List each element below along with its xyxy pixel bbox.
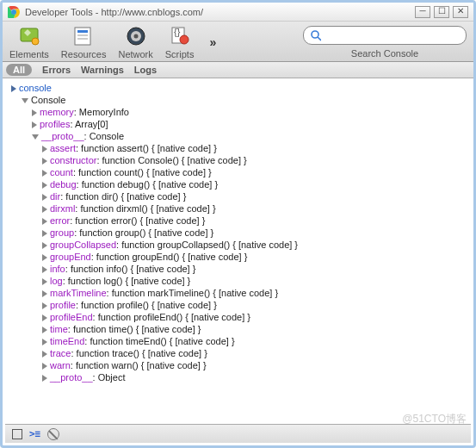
chevron-right-icon[interactable]: [42, 327, 47, 333]
property-value: function Console() { [native code] }: [102, 155, 247, 165]
chevron-right-icon[interactable]: [42, 266, 47, 273]
object-property[interactable]: constructor: function Console() { [nativ…: [42, 154, 468, 166]
filter-warnings[interactable]: Warnings: [81, 65, 124, 75]
console-prompt-icon[interactable]: >≡: [29, 428, 40, 439]
network-tab[interactable]: Network: [118, 25, 152, 59]
chevron-right-icon[interactable]: [42, 158, 47, 165]
window-title: Developer Tools - http://www.cnblogs.com…: [25, 7, 203, 17]
console-output[interactable]: console Console memory: MemoryInfoprofil…: [3, 78, 473, 426]
chevron-down-icon[interactable]: [32, 134, 39, 140]
network-icon: [124, 25, 148, 47]
property-name: log: [50, 276, 63, 286]
property-value: function debug() { [native code] }: [82, 179, 218, 190]
clear-console-icon[interactable]: [47, 428, 59, 440]
svg-rect-8: [77, 38, 88, 40]
object-property[interactable]: error: function error() { [native code] …: [42, 215, 468, 227]
property-value: function groupEnd() { [native code] }: [96, 252, 248, 262]
object-property[interactable]: group: function group() { [native code] …: [42, 227, 468, 239]
object-property[interactable]: trace: function trace() { [native code] …: [42, 347, 468, 359]
filter-all[interactable]: All: [6, 64, 32, 76]
object-property[interactable]: info: function info() { [native code] }: [42, 263, 468, 275]
object-property[interactable]: __proto__: Console: [32, 130, 468, 142]
chevron-right-icon[interactable]: [42, 290, 47, 297]
object-property[interactable]: profileEnd: function profileEnd() { [nat…: [42, 311, 468, 323]
object-property[interactable]: time: function time() { [native code] }: [42, 323, 468, 335]
chevron-right-icon[interactable]: [42, 339, 47, 345]
object-property[interactable]: timeEnd: function timeEnd() { [native co…: [42, 335, 468, 347]
chevron-right-icon[interactable]: [42, 242, 47, 249]
chevron-right-icon[interactable]: [42, 182, 47, 189]
chevron-right-icon[interactable]: [11, 85, 16, 92]
property-name: profiles: [40, 119, 70, 129]
svg-rect-6: [77, 30, 88, 33]
object-property[interactable]: markTimeline: function markTimeline() { …: [42, 287, 468, 299]
property-value: function count() { [native code] }: [78, 167, 212, 177]
object-property[interactable]: log: function log() { [native code] }: [42, 275, 468, 287]
chevron-right-icon[interactable]: [42, 146, 47, 152]
property-value: function profileEnd() { [native code] }: [98, 312, 250, 322]
chevron-right-icon[interactable]: [42, 170, 47, 177]
property-name: profileEnd: [50, 312, 93, 322]
search-input[interactable]: [321, 30, 459, 40]
elements-icon: [17, 25, 41, 47]
chevron-right-icon[interactable]: [32, 109, 37, 116]
svg-point-11: [133, 34, 138, 39]
property-value: function markTimeline() { [native code] …: [112, 288, 278, 298]
property-value: function timeEnd() { [native code] }: [90, 336, 234, 346]
property-value: function dir() { [native code] }: [65, 191, 186, 202]
chevron-right-icon[interactable]: [42, 278, 47, 285]
chevron-right-icon[interactable]: [42, 363, 47, 370]
chevron-right-icon[interactable]: [32, 121, 37, 128]
close-button[interactable]: ✕: [453, 6, 468, 18]
chevron-right-icon[interactable]: [42, 314, 47, 321]
object-property[interactable]: dir: function dir() { [native code] }: [42, 190, 468, 202]
chevron-right-icon[interactable]: [42, 230, 47, 237]
chevron-right-icon[interactable]: [42, 254, 47, 261]
object-property[interactable]: groupCollapsed: function groupCollapsed(…: [42, 239, 468, 251]
chevron-right-icon[interactable]: [42, 206, 47, 213]
search-box[interactable]: [303, 26, 467, 45]
chevron-right-icon[interactable]: [42, 375, 47, 382]
filter-logs[interactable]: Logs: [134, 65, 157, 75]
main-toolbar: Elements Resources Network {} Scripts » …: [3, 22, 473, 62]
resources-icon: [71, 25, 96, 47]
object-property[interactable]: assert: function assert() { [native code…: [42, 142, 468, 154]
minimize-button[interactable]: ─: [415, 6, 430, 18]
property-name: dir: [50, 191, 60, 202]
property-value: MemoryInfo: [79, 107, 129, 117]
chevron-down-icon[interactable]: [22, 98, 28, 103]
property-value: function error() { [native code] }: [75, 215, 205, 226]
object-property[interactable]: warn: function warn() { [native code] }: [42, 359, 468, 371]
property-name: assert: [50, 143, 76, 153]
property-name: groupCollapsed: [50, 240, 116, 250]
object-property[interactable]: profiles: Array[0]: [32, 118, 468, 130]
search-label: Search Console: [351, 48, 418, 59]
property-value: function profile() { [native code] }: [81, 300, 217, 310]
overflow-button[interactable]: »: [209, 35, 216, 49]
object-property[interactable]: groupEnd: function groupEnd() { [native …: [42, 251, 468, 263]
property-value: function time() { [native code] }: [73, 324, 201, 334]
chevron-right-icon[interactable]: [42, 351, 47, 358]
property-name: info: [50, 264, 65, 274]
svg-rect-7: [77, 34, 88, 36]
scripts-tab[interactable]: {} Scripts: [165, 25, 195, 59]
object-property[interactable]: profile: function profile() { [native co…: [42, 299, 468, 311]
elements-tab[interactable]: Elements: [9, 25, 49, 59]
property-name: markTimeline: [50, 288, 107, 298]
dock-icon[interactable]: [12, 429, 22, 439]
object-property[interactable]: __proto__: Object: [42, 371, 468, 383]
property-name: debug: [50, 179, 77, 190]
resources-tab[interactable]: Resources: [61, 25, 107, 59]
object-property[interactable]: dirxml: function dirxml() { [native code…: [42, 202, 468, 215]
object-property[interactable]: debug: function debug() { [native code] …: [42, 178, 468, 190]
maximize-button[interactable]: ☐: [434, 6, 449, 18]
object-property[interactable]: memory: MemoryInfo: [32, 106, 468, 118]
property-name: groupEnd: [50, 252, 91, 262]
object-property[interactable]: count: function count() { [native code] …: [42, 166, 468, 178]
property-value: function assert() { [native code] }: [81, 143, 217, 153]
chevron-right-icon[interactable]: [42, 302, 47, 309]
chevron-right-icon[interactable]: [42, 194, 47, 201]
filter-errors[interactable]: Errors: [42, 65, 71, 75]
object-label: Console: [31, 95, 65, 105]
chevron-right-icon[interactable]: [42, 218, 47, 225]
